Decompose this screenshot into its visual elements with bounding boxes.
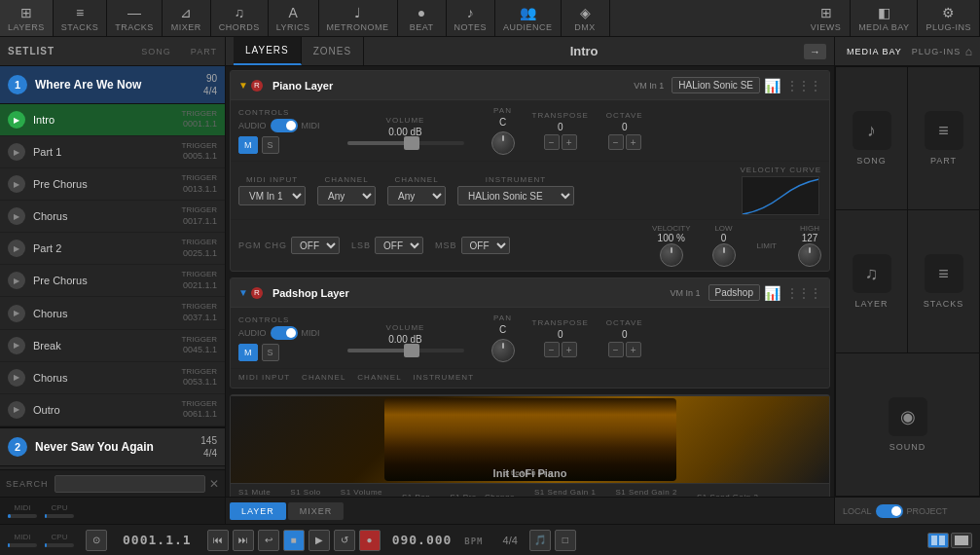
part-item-chorus2[interactable]: ▶ Chorus TRIGGER 0037.1.1 — [0, 297, 225, 329]
toolbar-tracks[interactable]: — TRACKS — [107, 0, 163, 36]
transport-record[interactable]: ● — [359, 530, 381, 551]
octave-plus-piano[interactable]: + — [626, 134, 641, 150]
right-item-part[interactable]: ≡ PART — [908, 67, 979, 209]
part-play-part1[interactable]: ▶ — [8, 143, 25, 161]
pan-knob-padshop[interactable] — [491, 339, 515, 362]
pan-knob-piano[interactable] — [491, 131, 515, 155]
volume-slider-padshop[interactable] — [347, 349, 464, 352]
layer-instrument-piano[interactable]: HALion Sonic SE — [671, 77, 760, 93]
layer-menu-padshop[interactable]: ⋮⋮⋮ — [786, 286, 821, 300]
solo-btn-padshop[interactable]: S — [262, 344, 279, 361]
toolbar-beat[interactable]: ● BEAT — [398, 0, 447, 36]
part-play-intro[interactable]: ▶ — [8, 111, 25, 129]
local-project-switch[interactable] — [876, 504, 903, 518]
layout-btn-2[interactable] — [951, 533, 972, 548]
song-1-header[interactable]: 1 Where Are We Now 90 4/4 — [0, 66, 225, 104]
transport-return[interactable]: ↩ — [258, 530, 279, 551]
part-play-chorus1[interactable]: ▶ — [8, 207, 25, 225]
part-item-intro[interactable]: ▶ Intro TRIGGER 0001.1.1 — [0, 104, 225, 136]
transpose-plus-padshop[interactable]: + — [562, 342, 577, 357]
part-play-chorus3[interactable]: ▶ — [8, 369, 25, 387]
mute-btn-padshop[interactable]: M — [238, 344, 258, 361]
low-value: 0 — [721, 233, 727, 243]
tab-zones[interactable]: ZONES — [302, 37, 364, 65]
layer-instrument-padshop[interactable]: Padshop — [708, 284, 760, 301]
audio-toggle-piano[interactable] — [271, 119, 298, 132]
right-home-btn[interactable]: ⌂ — [965, 45, 972, 58]
channel-out-select-piano[interactable]: Any — [387, 186, 446, 205]
toolbar-plugins[interactable]: ⚙ PLUG-INS — [918, 0, 980, 36]
toolbar-mediabay[interactable]: ◧ MEDIA BAY — [851, 0, 918, 36]
transport-forward[interactable]: ⏭ — [233, 530, 254, 551]
transport-midi-out[interactable]: □ — [555, 530, 576, 551]
part-item-part1[interactable]: ▶ Part 1 TRIGGER 0005.1.1 — [0, 136, 225, 168]
pgm-chg-select[interactable]: OFF — [291, 237, 340, 254]
part-item-prechorus2[interactable]: ▶ Pre Chorus TRIGGER 0021.1.1 — [0, 265, 225, 297]
part-play-outro[interactable]: ▶ — [8, 401, 25, 419]
toolbar-chords[interactable]: ♫ CHORDS — [211, 0, 269, 36]
transport-extra[interactable]: 🎵 — [529, 530, 551, 551]
center-nav-btn[interactable]: → — [804, 44, 826, 59]
transport-stop[interactable]: ■ — [283, 530, 305, 551]
toolbar-dmx[interactable]: ◈ DMX — [562, 0, 610, 36]
right-tab-plugins[interactable]: PLUG-INS — [908, 45, 965, 58]
part-item-part2[interactable]: ▶ Part 2 TRIGGER 0025.1.1 — [0, 233, 225, 265]
transport-play[interactable]: ▶ — [309, 530, 330, 551]
low-knob[interactable] — [712, 243, 736, 267]
octave-minus-padshop[interactable]: − — [608, 342, 624, 357]
right-item-layer[interactable]: ♫ LAYER — [836, 210, 907, 352]
part-play-prechorus2[interactable]: ▶ — [8, 272, 25, 289]
toolbar-audience[interactable]: 👥 AUDIENCE — [495, 0, 562, 36]
part-play-break[interactable]: ▶ — [8, 337, 25, 354]
toolbar-lyrics[interactable]: A LYRICS — [269, 0, 319, 36]
song-2-header[interactable]: 2 Never Saw You Again 145 4/4 — [0, 426, 225, 466]
part-item-prechorus1[interactable]: ▶ Pre Chorus TRIGGER 0013.1.1 — [0, 168, 225, 201]
part-play-prechorus1[interactable]: ▶ — [8, 175, 25, 193]
transpose-minus-padshop[interactable]: − — [544, 342, 560, 357]
right-item-sound[interactable]: ◉ SOUND — [836, 353, 979, 496]
layer-record-padshop[interactable]: R — [251, 287, 263, 299]
octave-plus-padshop[interactable]: + — [626, 342, 641, 357]
stacks-item-icon: ≡ — [925, 254, 963, 293]
part-item-break[interactable]: ▶ Break TRIGGER 0045.1.1 — [0, 330, 225, 362]
part-item-chorus3[interactable]: ▶ Chorus TRIGGER 0053.1.1 — [0, 362, 225, 394]
audio-toggle-padshop[interactable] — [271, 326, 298, 340]
transport-rewind[interactable]: ⏮ — [207, 530, 229, 551]
transport-tab-mixer[interactable]: MIXER — [288, 502, 345, 520]
search-clear-icon[interactable]: ✕ — [209, 477, 219, 491]
high-knob[interactable] — [798, 243, 821, 267]
solo-btn-piano[interactable]: S — [262, 136, 279, 154]
part-item-chorus1[interactable]: ▶ Chorus TRIGGER 0017.1.1 — [0, 201, 225, 233]
part-play-chorus2[interactable]: ▶ — [8, 305, 25, 322]
toolbar-notes[interactable]: ♪ NOTES — [447, 0, 496, 36]
mute-btn-piano[interactable]: M — [238, 136, 258, 154]
toolbar-mixer[interactable]: ⊿ MIXER — [163, 0, 211, 36]
search-input[interactable] — [54, 475, 205, 493]
transport-cycle[interactable]: ↺ — [334, 530, 355, 551]
octave-minus-piano[interactable]: − — [608, 134, 624, 150]
msb-select[interactable]: OFF — [461, 237, 510, 254]
toolbar-layers[interactable]: ⊞ LAYERS — [0, 0, 54, 36]
lsb-select[interactable]: OFF — [375, 237, 423, 254]
toolbar-stacks[interactable]: ≡ STACKS — [54, 0, 107, 36]
part-play-part2[interactable]: ▶ — [8, 240, 25, 257]
right-item-song[interactable]: ♪ SONG — [836, 67, 907, 209]
right-item-stacks[interactable]: ≡ STACKS — [908, 210, 979, 352]
layer-menu-piano[interactable]: ⋮⋮⋮ — [786, 79, 821, 92]
volume-slider-piano[interactable] — [347, 141, 464, 145]
layout-btn-1[interactable] — [927, 533, 949, 548]
transpose-plus-piano[interactable]: + — [562, 134, 577, 150]
layer-record-piano[interactable]: R — [251, 80, 263, 92]
right-tab-mediabay[interactable]: MEDIA BAY — [843, 45, 906, 58]
transport-tab-layer[interactable]: LAYER — [230, 502, 286, 520]
part-item-outro[interactable]: ▶ Outro TRIGGER 0061.1.1 — [0, 394, 225, 426]
transport-midi-btn[interactable]: ⊙ — [86, 530, 107, 551]
midi-input-select-piano[interactable]: VM In 1 — [238, 186, 306, 205]
toolbar-views[interactable]: ⊞ VIEWS — [802, 0, 851, 36]
channel-in-select-piano[interactable]: Any — [317, 186, 376, 205]
toolbar-metronome[interactable]: ♩ METRONOME — [319, 0, 398, 36]
velocity-knob[interactable] — [660, 243, 683, 267]
instrument-select-piano[interactable]: HALion Sonic SE — [457, 186, 574, 205]
transpose-minus-piano[interactable]: − — [544, 134, 560, 150]
tab-layers[interactable]: LAYERS — [234, 37, 302, 65]
